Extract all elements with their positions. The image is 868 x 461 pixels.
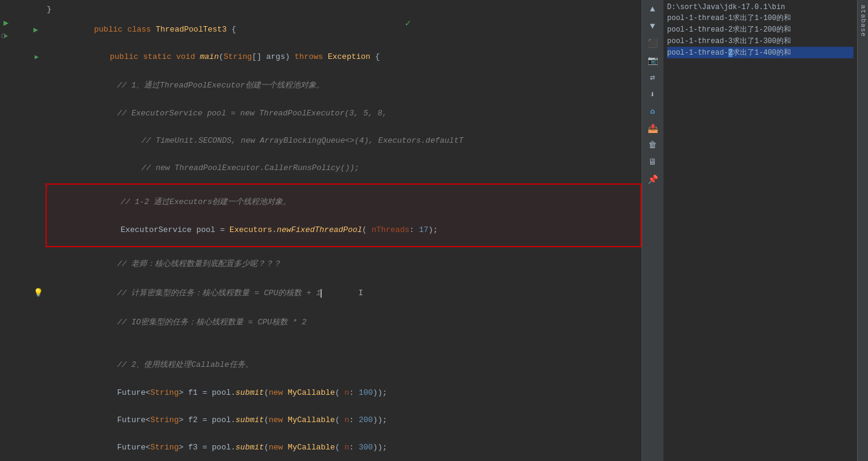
console-line-2: pool-1-thread-1求出了1-100的和 bbox=[667, 12, 853, 24]
toolbar-export-icon[interactable]: 📤 bbox=[646, 121, 659, 135]
line-content: // IO密集型的任务：核心线程数量 = CPU核数 * 2 bbox=[46, 307, 642, 336]
console-line-4: pool-1-thread-3求出了1-300的和 bbox=[667, 35, 853, 47]
code-line: // new ThreadPoolExecutor.CallerRunsPoli… bbox=[12, 154, 642, 182]
line-content: Future<String> f3 = pool.submit(new MyCa… bbox=[46, 434, 642, 461]
highlighted-line-1: // 1-2 通过Executors创建一个线程池对象。 bbox=[50, 187, 637, 216]
run-play-2[interactable]: ▶ bbox=[33, 53, 46, 61]
code-content: } ▶ public class ThreadPoolTest3 { ✓ ▶ p… bbox=[12, 0, 642, 461]
line-content: Future<String> f2 = pool.submit(new MyCa… bbox=[46, 406, 642, 434]
code-line: Future<String> f3 = pool.submit(new MyCa… bbox=[12, 434, 642, 461]
highlighted-line-2: ExecutorService pool = Executors.newFixe… bbox=[50, 216, 637, 244]
toolbar-camera-icon[interactable]: 📷 bbox=[646, 53, 659, 67]
toolbar-up-icon[interactable]: ▲ bbox=[646, 2, 659, 16]
line-content: // ExecutorService pool = new ThreadPool… bbox=[46, 100, 642, 127]
code-editor[interactable]: } ▶ public class ThreadPoolTest3 { ✓ ▶ p… bbox=[12, 0, 642, 461]
console-panel: D:\sort\Java\jdk-17.0.1\bin pool-1-threa… bbox=[663, 0, 857, 461]
highlighted-block: // 1-2 通过Executors创建一个线程池对象。 ExecutorSer… bbox=[46, 183, 642, 247]
code-line: // ExecutorService pool = new ThreadPool… bbox=[12, 100, 642, 127]
code-line: // TimeUnit.SECONDS, new ArrayBlockingQu… bbox=[12, 127, 642, 154]
line-content: // 1、通过ThreadPoolExecutor创建一个线程池对象。 bbox=[46, 70, 642, 100]
database-tab[interactable]: atabase bbox=[857, 0, 868, 461]
code-line: ▶ public class ThreadPoolTest3 { ✓ bbox=[12, 16, 642, 43]
code-line: Future<String> f2 = pool.submit(new MyCa… bbox=[12, 406, 642, 434]
toolbar-down-icon[interactable]: ▼ bbox=[646, 19, 659, 33]
run-icon-1[interactable]: ▶ bbox=[4, 18, 8, 28]
console-line-5: pool-1-thread-2求出了1-400的和 bbox=[667, 47, 853, 58]
code-line: } bbox=[12, 2, 642, 16]
code-line: // 2、使用线程处理Callable任务。 bbox=[12, 350, 642, 379]
line-content: // 2、使用线程处理Callable任务。 bbox=[46, 350, 642, 379]
line-content: Future<String> f1 = pool.submit(new MyCa… bbox=[46, 379, 642, 406]
code-line: 💡 // 计算密集型的任务：核心线程数量 = CPU的核数 + 1I bbox=[12, 278, 642, 307]
line-content: // 老师：核心线程数量到底配置多少呢？？？ bbox=[46, 249, 642, 278]
right-toolbar: ▲ ▼ ⬛ 📷 ⇄ ⬇ ♻ 📤 🗑 🖥 📌 bbox=[642, 0, 663, 461]
line-content: public class ThreadPoolTest3 { bbox=[46, 16, 642, 43]
toolbar-swap-icon[interactable]: ⇄ bbox=[646, 70, 659, 84]
line-content: public static void main(String[] args) t… bbox=[50, 43, 642, 70]
code-line: // IO密集型的任务：核心线程数量 = CPU核数 * 2 bbox=[12, 307, 642, 336]
code-line: // 1、通过ThreadPoolExecutor创建一个线程池对象。 bbox=[12, 70, 642, 100]
check-mark: ✓ bbox=[405, 17, 411, 29]
code-line: Future<String> f1 = pool.submit(new MyCa… bbox=[12, 379, 642, 406]
line-content: // new ThreadPoolExecutor.CallerRunsPoli… bbox=[46, 154, 642, 182]
bulb-icon[interactable]: 💡 bbox=[33, 288, 46, 298]
cursor bbox=[320, 289, 322, 298]
line-content: // 1-2 通过Executors创建一个线程池对象。 bbox=[63, 187, 637, 216]
toolbar-stop-icon[interactable]: ⬛ bbox=[646, 36, 659, 50]
toolbar-delete-icon[interactable]: 🗑 bbox=[646, 138, 659, 152]
toolbar-monitor-icon[interactable]: 🖥 bbox=[646, 155, 659, 169]
run-gutter: ▶ ▶ bbox=[0, 0, 12, 461]
run-play[interactable]: ▶ bbox=[33, 25, 46, 35]
code-line: ▶ public static void main(String[] args)… bbox=[12, 43, 642, 70]
line-content: } bbox=[46, 5, 642, 14]
debug-dot bbox=[1, 33, 6, 38]
line-content: // 计算密集型的任务：核心线程数量 = CPU的核数 + 1I bbox=[46, 278, 642, 307]
line-content: ExecutorService pool = Executors.newFixe… bbox=[63, 216, 637, 244]
code-line: // 老师：核心线程数量到底配置多少呢？？？ bbox=[12, 249, 642, 278]
toolbar-refresh-icon[interactable]: ♻ bbox=[646, 104, 659, 118]
toolbar-pin-icon[interactable]: 📌 bbox=[646, 172, 659, 186]
line-content: // TimeUnit.SECONDS, new ArrayBlockingQu… bbox=[46, 127, 642, 154]
toolbar-download-icon[interactable]: ⬇ bbox=[646, 87, 659, 101]
console-line-3: pool-1-thread-2求出了1-200的和 bbox=[667, 24, 853, 35]
code-line bbox=[12, 336, 642, 350]
console-line-1: D:\sort\Java\jdk-17.0.1\bin bbox=[667, 2, 853, 12]
database-tab-label: atabase bbox=[860, 5, 867, 37]
